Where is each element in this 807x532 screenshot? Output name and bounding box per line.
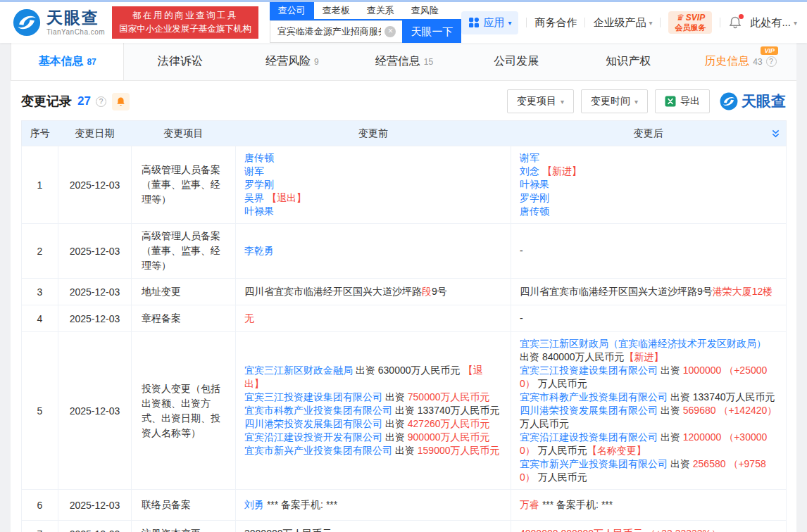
highlight-text: 569680 （+142420） bbox=[683, 405, 777, 416]
export-button[interactable]: 导出 bbox=[655, 89, 710, 113]
tab-history-info[interactable]: 历史信息43?VIP bbox=[684, 43, 796, 80]
search-tab-company[interactable]: 查公司 bbox=[270, 2, 314, 19]
change-before-cell: 四川省宜宾市临港经开区国兴大道沙坪路段9号 bbox=[236, 279, 511, 305]
tianyancha-logo[interactable]: 天眼查 TianYanCha.com bbox=[13, 8, 105, 37]
cell-line: 3000000万人民币元 bbox=[244, 527, 502, 532]
entity-link[interactable]: 宜宾市科教产业投资集团有限公司 bbox=[520, 391, 668, 403]
entity-link[interactable]: 唐传顿 bbox=[520, 205, 549, 217]
tab-count: 15 bbox=[424, 57, 433, 67]
change-date-cell: 2025-12-03 bbox=[58, 305, 132, 332]
column-header-after-label: 变更后 bbox=[634, 127, 663, 139]
highlight-text: 900000万人民币元 bbox=[408, 431, 490, 443]
section-actions: 变更项目 ▾ 变更时间 ▾ 导出 天眼查 bbox=[500, 89, 786, 113]
highlight-text: 427260万人民币元 bbox=[408, 418, 490, 429]
entity-link[interactable]: 刘勇 bbox=[244, 499, 264, 510]
search-input[interactable] bbox=[270, 20, 403, 43]
apps-grid-icon bbox=[468, 17, 480, 28]
entity-link[interactable]: 宜宾市科教产业投资集团有限公司 bbox=[244, 405, 392, 416]
change-after-cell: 4000000.000000万人民币元 （+33.33333%） bbox=[511, 521, 787, 532]
entity-link[interactable]: 宜宾市新兴产业投资集团有限公司 bbox=[520, 458, 668, 469]
tab-label: 经营风险 bbox=[265, 54, 311, 69]
svip-sublabel: 会员服务 bbox=[675, 23, 706, 33]
search-tab-relation[interactable]: 查关系 bbox=[358, 2, 403, 19]
entity-link[interactable]: 宜宾三江新区财政金融局 bbox=[244, 365, 353, 376]
tab-business-risk[interactable]: 经营风险9 bbox=[236, 43, 348, 80]
cell-text: 万人民币元 bbox=[535, 445, 587, 456]
cell-line: 唐传顿 bbox=[244, 151, 502, 165]
nav-business-cooperation[interactable]: 商务合作 bbox=[534, 16, 577, 30]
tianyancha-watermark: 天眼查 bbox=[720, 91, 786, 111]
tab-business-info[interactable]: 经营信息15 bbox=[348, 43, 460, 80]
change-records-table: 序号 变更日期 变更项目 变更前 变更后 12025-12-03高级管理人员备案… bbox=[21, 120, 787, 532]
entity-link[interactable]: 宜宾三江新区财政局（宜宾临港经济技术开发区财政局） bbox=[520, 338, 766, 349]
tab-company-development[interactable]: 公司发展 bbox=[461, 43, 573, 80]
tab-legal-proceedings[interactable]: 法律诉讼 bbox=[124, 43, 236, 80]
tab-label: 基本信息 bbox=[38, 54, 83, 69]
entity-link[interactable]: 叶禄果 bbox=[244, 205, 274, 217]
cell-text: 出资 630000万人民币元 bbox=[353, 365, 463, 376]
cell-text: 万人民币元 bbox=[520, 418, 569, 429]
entity-link[interactable]: 李乾勇 bbox=[244, 245, 274, 256]
search-tab-risk[interactable]: 查风险 bbox=[403, 2, 447, 19]
entity-link[interactable]: 刘念 bbox=[520, 165, 539, 177]
cell-line: 四川省宜宾市临港经开区国兴大道沙坪路段9号 bbox=[244, 285, 502, 298]
subscribe-bell-button[interactable] bbox=[112, 93, 130, 110]
entity-link[interactable]: 宜宾沿江建设投资集团有限公司 bbox=[520, 431, 658, 443]
cell-line: 吴界 【退出】 bbox=[244, 191, 502, 205]
slogan-badge: 都在用的商业查询工具 国家中小企业发展子基金旗下机构 bbox=[112, 6, 258, 39]
change-after-cell: - bbox=[511, 224, 787, 279]
help-icon[interactable]: ? bbox=[96, 96, 106, 107]
entity-link[interactable]: 唐传顿 bbox=[244, 152, 274, 163]
entity-link[interactable]: 四川港荣投资发展集团有限公司 bbox=[520, 405, 658, 416]
cell-line: 无 bbox=[244, 312, 502, 325]
filter-change-time-label: 变更时间 bbox=[591, 95, 630, 108]
cell-text: 四川省宜宾市临港经开区国兴大道沙坪路9号 bbox=[520, 286, 713, 297]
entity-link[interactable]: 四川港荣投资发展集团有限公司 bbox=[244, 418, 382, 429]
nav-more-menu[interactable]: 此处有... ▾ bbox=[750, 16, 797, 30]
filter-change-time-button[interactable]: 变更时间 ▾ bbox=[581, 89, 648, 113]
logo-title: 天眼查 bbox=[46, 10, 105, 26]
tab-count: 43 bbox=[753, 57, 762, 67]
change-tag: 【新进】 bbox=[625, 351, 664, 362]
entity-link[interactable]: 罗学刚 bbox=[244, 179, 274, 190]
svip-member-badge[interactable]: ♛ SVIP 会员服务 bbox=[668, 11, 712, 34]
nav-enterprise-products[interactable]: 企业级产品 ▾ bbox=[593, 16, 652, 30]
cell-line: 罗学刚 bbox=[244, 178, 502, 191]
entity-link[interactable]: 宜宾三江投资建设集团有限公司 bbox=[244, 391, 382, 403]
tab-intellectual-property[interactable]: 知识产权 bbox=[573, 43, 684, 80]
entity-link[interactable]: 谢军 bbox=[244, 165, 264, 177]
tab-basic-info[interactable]: 基本信息87 bbox=[11, 43, 124, 80]
cell-line: 李乾勇 bbox=[244, 244, 502, 258]
collapse-all-icon[interactable] bbox=[771, 129, 780, 139]
search-button[interactable]: 天眼一下 bbox=[402, 20, 461, 43]
watermark-label: 天眼查 bbox=[742, 91, 786, 111]
more-label: 此处有... bbox=[750, 16, 791, 30]
cell-text: 出资 bbox=[382, 418, 408, 429]
entity-link[interactable]: 罗学刚 bbox=[520, 192, 549, 203]
entity-link[interactable]: 宜宾市新兴产业投资集团有限公司 bbox=[244, 445, 392, 456]
apps-menu-button[interactable]: 应用 ▾ bbox=[461, 11, 518, 34]
divider bbox=[584, 18, 585, 27]
vip-badge: VIP bbox=[761, 46, 778, 55]
change-item-cell: 注册资本变更 bbox=[132, 521, 236, 532]
entity-link[interactable]: 谢军 bbox=[520, 152, 539, 163]
help-icon[interactable]: ? bbox=[766, 56, 777, 67]
entity-link[interactable]: 吴界 bbox=[244, 192, 264, 203]
entity-link[interactable]: 叶禄果 bbox=[520, 179, 549, 190]
search-tab-boss[interactable]: 查老板 bbox=[314, 2, 358, 19]
highlight-text: 4000000.000000万人民币元 （+33.33333%） bbox=[520, 528, 721, 532]
entity-link[interactable]: 宜宾三江投资建设集团有限公司 bbox=[520, 365, 658, 376]
cell-line: 宜宾沿江建设投资开发有限公司 出资 900000万人民币元 bbox=[244, 431, 502, 444]
entity-link[interactable]: 宜宾沿江建设投资开发有限公司 bbox=[244, 431, 382, 443]
section-header: 变更记录 27 ? 变更项目 ▾ 变更时间 ▾ 导出 天眼查 bbox=[11, 81, 796, 120]
cell-line: 叶禄果 bbox=[244, 205, 502, 218]
tab-count: 9 bbox=[314, 57, 319, 67]
filter-change-item-button[interactable]: 变更项目 ▾ bbox=[507, 89, 574, 113]
change-before-cell: 3000000万人民币元 bbox=[236, 521, 511, 532]
change-tag: 【新进】 bbox=[539, 165, 582, 177]
cell-line: 宜宾沿江建设投资集团有限公司 出资 1200000 （+300000） 万人民币… bbox=[520, 431, 777, 457]
cell-line: 四川港荣投资发展集团有限公司 出资 569680 （+142420） 万人民币元 bbox=[520, 404, 777, 431]
notification-bell-button[interactable] bbox=[728, 15, 742, 30]
top-header: 天眼查 TianYanCha.com 都在用的商业查询工具 国家中小企业发展子基… bbox=[0, 2, 807, 43]
change-after-cell: - bbox=[511, 305, 787, 332]
